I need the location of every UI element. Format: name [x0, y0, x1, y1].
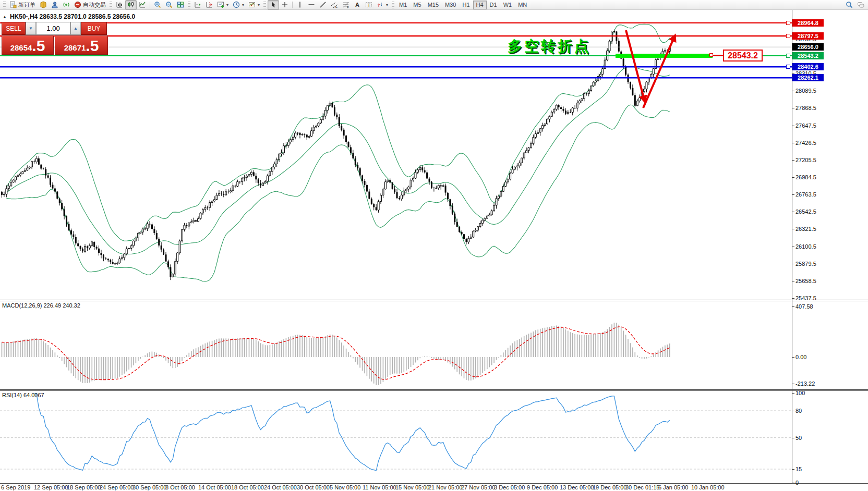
sell-price-display[interactable]: 28654.5	[2, 35, 54, 55]
time-tick-label: 18 Sep 05:00	[67, 484, 101, 490]
main-price-chart[interactable]	[0, 10, 792, 300]
zoom-out-button[interactable]	[163, 0, 175, 10]
search-button[interactable]	[843, 0, 855, 10]
buy-button[interactable]: BUY	[81, 22, 107, 35]
chat-button[interactable]	[855, 0, 866, 10]
price-tick-label: 25437.5	[795, 295, 816, 301]
toolbar-grip	[110, 2, 112, 8]
indicators-button[interactable]: ▾	[215, 0, 231, 10]
sell-button[interactable]: SELL	[2, 22, 26, 35]
periods-button[interactable]: ▾	[231, 0, 246, 10]
fibonacci-button[interactable]: F	[340, 0, 352, 10]
price-tick-label: 26100.5	[795, 243, 816, 250]
sell-price-main: 28654	[10, 43, 32, 53]
zoom-in-button[interactable]	[152, 0, 163, 10]
price-badge: 28402.6	[792, 63, 824, 70]
signals-button[interactable]	[61, 0, 72, 10]
timeframe-w1[interactable]: W1	[500, 1, 515, 9]
autotrade-icon	[74, 1, 81, 8]
price-tick-label: 27205.5	[795, 157, 816, 163]
timeframe-mn[interactable]: MN	[515, 1, 530, 9]
chart-shift-icon	[206, 1, 213, 8]
volume-decrease-button[interactable]: ▼	[26, 22, 36, 35]
timeframe-m1[interactable]: M1	[396, 1, 410, 9]
panel-divider[interactable]	[0, 300, 868, 300]
crosshair-button[interactable]	[279, 0, 291, 10]
auto-trading-button[interactable]: 自动交易	[72, 0, 108, 10]
trendline-button[interactable]	[317, 0, 329, 10]
time-tick-label: 24 Oct 05:00	[264, 484, 297, 490]
chevron-down-icon: ▾	[242, 3, 244, 7]
down-arrow-drawing[interactable]	[626, 30, 645, 102]
toolbar-grip	[263, 2, 266, 8]
rsi-panel[interactable]	[0, 391, 792, 483]
price-badge: 28262.1	[792, 74, 824, 81]
bar-chart-button[interactable]	[114, 0, 125, 10]
macd-panel[interactable]	[0, 301, 792, 389]
level-end-marker[interactable]	[786, 65, 790, 69]
buy-price-display[interactable]: 28671.5	[55, 35, 108, 55]
svg-text:A: A	[355, 2, 359, 8]
chart-shift-button[interactable]	[203, 0, 215, 10]
equidistant-channel-button[interactable]: E	[329, 0, 340, 10]
support-highlight-bar[interactable]	[616, 54, 713, 58]
rsi-axis-label: 100	[795, 390, 805, 396]
timeframe-h4[interactable]: H4	[473, 1, 487, 9]
buy-price-pips: .5	[86, 39, 99, 53]
toolbar-button-label: 新订单	[18, 1, 35, 9]
horizontal-line-button[interactable]	[306, 0, 317, 10]
tile-windows-button[interactable]	[175, 0, 186, 10]
timeframe-group: M1M5M15M30H1H4D1W1MN	[396, 1, 530, 9]
price-badge: 28543.2	[792, 52, 824, 59]
timeframe-m5[interactable]: M5	[410, 1, 424, 9]
time-tick-label: 19 Dec 05:00	[593, 484, 626, 490]
price-callout-label[interactable]: 28543.2	[723, 50, 763, 62]
text-button[interactable]: A	[352, 0, 363, 10]
level-end-marker[interactable]	[786, 34, 790, 38]
time-tick-label: 27 Nov 05:00	[461, 484, 495, 490]
vertical-line-button[interactable]	[294, 0, 306, 10]
volume-input[interactable]	[36, 22, 70, 35]
price-axis: 28752.528310.528089.527868.527647.527426…	[792, 0, 868, 491]
time-tick-label: 18 Oct 05:00	[231, 484, 264, 490]
text-label-button[interactable]: T	[363, 0, 375, 10]
templates-button[interactable]: ▾	[246, 0, 262, 10]
callout-anchor-marker	[709, 53, 713, 57]
cursor-button[interactable]	[268, 0, 279, 10]
up-arrow-drawing[interactable]	[643, 35, 675, 108]
toolbar-separator	[150, 2, 150, 8]
timeframe-m30[interactable]: M30	[442, 1, 459, 9]
profile-button[interactable]	[49, 0, 61, 10]
time-tick-label: 21 Nov 05:00	[428, 484, 462, 490]
level-end-marker[interactable]	[786, 21, 790, 25]
timeframe-d1[interactable]: D1	[487, 1, 500, 9]
panel-divider[interactable]	[0, 389, 868, 390]
arrows-button[interactable]: ▾	[375, 0, 390, 10]
price-tick-label: 27426.5	[795, 140, 816, 146]
timeframe-m15[interactable]: M15	[425, 1, 442, 9]
bar-chart-icon	[116, 1, 123, 8]
time-tick-label: 30 Oct 05:00	[297, 484, 330, 490]
chart-window: ▲ HK50-,H4 28633.5 28701.0 28586.5 28656…	[0, 0, 868, 491]
timeframe-h1[interactable]: H1	[459, 1, 473, 9]
market-watch-button[interactable]	[38, 0, 49, 10]
macd-indicator-label: MACD(12,26,9) 226.49 240.32	[2, 302, 80, 309]
svg-text:F: F	[347, 6, 349, 9]
time-tick-label: 11 Nov 05:00	[363, 484, 396, 490]
new-order-button[interactable]: 新订单	[7, 0, 38, 10]
time-axis: 6 Sep 201912 Sep 05:0018 Sep 05:0024 Sep…	[0, 484, 792, 491]
macd-axis-label: 0.00	[795, 354, 806, 360]
line-chart-button[interactable]	[137, 0, 148, 10]
toolbar-grip	[392, 2, 394, 8]
hline-icon	[308, 1, 315, 8]
collapse-icon[interactable]: ▲	[3, 15, 7, 19]
level-end-marker[interactable]	[786, 54, 790, 58]
time-tick-label: 24 Sep 05:00	[100, 484, 134, 490]
auto-scroll-button[interactable]	[192, 0, 203, 10]
ohlc-readout: HK50-,H4 28633.5 28701.0 28586.5 28656.0	[10, 13, 135, 20]
volume-increase-button[interactable]: ▲	[70, 22, 81, 35]
clock-icon	[233, 1, 240, 8]
candle-chart-button[interactable]	[125, 0, 137, 10]
price-badge: 28964.8	[792, 19, 824, 27]
chart-bottom-border	[0, 483, 868, 484]
